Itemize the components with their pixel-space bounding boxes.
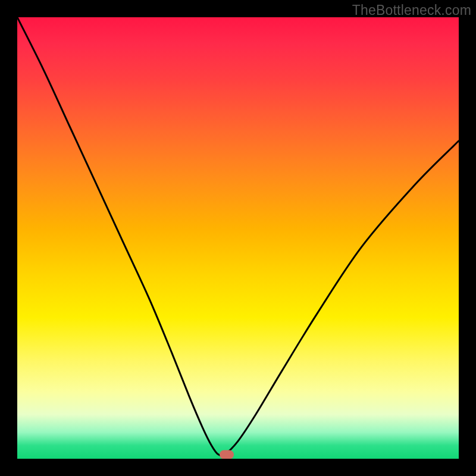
bottleneck-curve bbox=[17, 17, 459, 459]
watermark-text: TheBottleneck.com bbox=[352, 2, 471, 18]
optimal-marker bbox=[220, 450, 234, 459]
chart-area bbox=[17, 17, 459, 459]
